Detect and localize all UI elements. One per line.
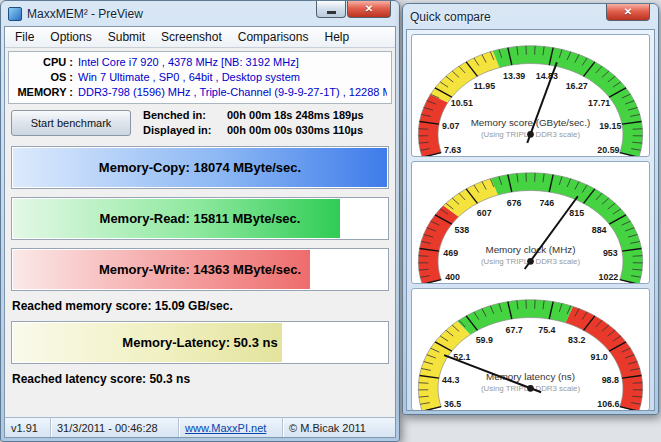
quick-compare-window: Quick compare ✕ 7.639.0710.5111.9513.391…	[402, 3, 659, 415]
window-title: MaxxMEM² - PreView	[27, 7, 143, 21]
system-info-panel: CPU :Intel Core i7 920 , 4378 MHz [NB: 3…	[8, 51, 392, 104]
compare-close-button[interactable]: ✕	[606, 4, 650, 21]
gauge-title: Memory clock (MHz)	[485, 244, 575, 255]
maxxmem-client: FileOptionsSubmitScreenshotComparisonsHe…	[4, 26, 396, 438]
minimize-button[interactable]	[316, 1, 346, 18]
info-row-cpu: CPU :Intel Core i7 920 , 4378 MHz [NB: 3…	[13, 55, 387, 70]
benched-in-value: 00h 00m 18s 248ms 189µs	[227, 109, 364, 121]
latency-bar-slot: Memory-Latency: 50.3 ns	[5, 321, 395, 364]
bar-memory-read-label: Memory-Read: 15811 MByte/sec.	[12, 198, 388, 239]
bar-memory-latency-label: Memory-Latency: 50.3 ns	[12, 322, 388, 363]
gauge-scale-label: 13.39	[503, 71, 525, 81]
gauge-scale-label: 106.6	[597, 399, 619, 409]
gauge-segment-2	[493, 46, 643, 156]
gauge-scale-label: 98.8	[602, 375, 619, 385]
info-row-memory: MEMORY :DDR3-798 (1596) MHz , Triple-Cha…	[13, 85, 387, 100]
minimize-icon	[327, 11, 336, 14]
gauge-scale-label: 746	[539, 198, 554, 208]
start-benchmark-button[interactable]: Start benchmark	[11, 110, 131, 136]
gauge-scale-label: 538	[454, 225, 469, 235]
menu-options[interactable]: Options	[42, 28, 99, 46]
gauge-scale-label: 20.59	[597, 145, 619, 155]
menu-file[interactable]: File	[7, 28, 42, 46]
menu-screenshot[interactable]: Screenshot	[153, 28, 230, 46]
gauge-memory-latency-svg: 36.544.352.159.967.775.483.291.098.8106.…	[412, 289, 649, 410]
status-bar: v1.9131/3/2011 - 00:46:28www.MaxxPI.net©…	[5, 417, 395, 437]
gauge-scale-label: 67.7	[506, 325, 523, 335]
bar-memory-read: Memory-Read: 15811 MByte/sec.	[11, 197, 389, 240]
benched-in-row: Benched in:00h 00m 18s 248ms 189µs	[143, 108, 364, 123]
gauges-container: 7.639.0710.5111.9513.3914.8316.2717.7119…	[406, 29, 655, 411]
status-datetime: 31/3/2011 - 00:46:28	[51, 418, 179, 437]
gauge-scale-label: 1022	[599, 272, 619, 282]
gauge-scale-label: 10.51	[451, 98, 473, 108]
maxxmem-window: MaxxMEM² - PreView ✕ FileOptionsSubmitSc…	[0, 0, 400, 442]
menu-bar: FileOptionsSubmitScreenshotComparisonsHe…	[5, 27, 395, 48]
memory-score-text: Reached memory score: 15.09 GB/sec.	[12, 299, 388, 313]
status-datetime-text: 31/3/2011 - 00:46:28	[57, 422, 158, 434]
gauge-memory-clock: 4004695386076767468158849531022Memory cl…	[411, 161, 650, 284]
gauge-scale-label: 815	[569, 208, 584, 218]
gauge-memory-latency: 36.544.352.159.967.775.483.291.098.8106.…	[411, 288, 650, 411]
gauge-memory-score: 7.639.0710.5111.9513.3914.8316.2717.7119…	[411, 34, 650, 157]
latency-score-text: Reached latency score: 50.3 ns	[12, 372, 388, 386]
bar-memory-copy-label: Memory-Copy: 18074 MByte/sec.	[12, 147, 388, 188]
gauge-scale-label: 75.4	[538, 325, 555, 335]
status-version: v1.91	[5, 418, 51, 437]
compare-titlebar[interactable]: Quick compare ✕	[403, 4, 658, 29]
gauge-needle-hub	[527, 258, 534, 265]
compare-window-title: Quick compare	[410, 10, 491, 24]
gauge-scale-label: 52.1	[453, 352, 470, 362]
displayed-in-row: Displayed in:00h 00m 00s 030ms 110µs	[143, 123, 364, 138]
info-label: CPU :	[13, 55, 73, 70]
info-value: Win 7 Ultimate , SP0 , 64bit , Desktop s…	[78, 70, 300, 85]
gauge-scale-label: 7.63	[444, 145, 461, 155]
gauge-scale-label: 953	[603, 248, 618, 258]
gauge-segment-2	[491, 173, 643, 283]
menu-comparisons[interactable]: Comparisons	[230, 28, 317, 46]
gauge-scale-label: 884	[592, 225, 607, 235]
gauge-scale-label: 59.9	[476, 335, 493, 345]
window-controls: ✕	[316, 1, 391, 18]
gauge-scale-label: 83.2	[568, 335, 585, 345]
gauge-scale-label: 19.15	[599, 121, 621, 131]
gauge-memory-clock-svg: 4004695386076767468158849531022Memory cl…	[412, 162, 649, 283]
info-label: OS :	[13, 70, 73, 85]
displayed-in-label: Displayed in:	[143, 123, 227, 138]
gauge-memory-score-svg: 7.639.0710.5111.9513.3914.8316.2717.7119…	[412, 35, 649, 156]
gauge-title: Memory score (GByte/sec.)	[471, 117, 591, 128]
status-version-text: v1.91	[11, 422, 38, 434]
gauge-scale-label: 36.5	[444, 399, 461, 409]
gauge-scale-label: 17.71	[588, 98, 610, 108]
benched-in-label: Benched in:	[143, 108, 227, 123]
gauge-scale-label: 14.83	[536, 71, 558, 81]
gauge-scale-label: 16.27	[566, 81, 588, 91]
menu-help[interactable]: Help	[316, 28, 357, 46]
gauge-needle-hub	[527, 385, 534, 392]
info-value: Intel Core i7 920 , 4378 MHz [NB: 3192 M…	[78, 55, 299, 70]
status-maxxpi-link[interactable]: www.MaxxPI.net	[179, 418, 283, 437]
gauge-segment-1	[430, 51, 499, 103]
gauge-scale-label: 44.3	[442, 375, 459, 385]
bar-memory-write-label: Memory-Write: 14363 MByte/sec.	[12, 249, 388, 290]
displayed-in-value: 00h 00m 00s 030ms 110µs	[227, 124, 363, 136]
gauge-scale-label: 676	[507, 198, 522, 208]
benchmark-bars: Memory-Copy: 18074 MByte/sec.Memory-Read…	[5, 146, 395, 291]
close-button[interactable]: ✕	[347, 1, 391, 18]
gauge-scale-label: 469	[443, 248, 458, 258]
gauge-scale-label: 607	[477, 208, 492, 218]
benchmark-row: Start benchmark Benched in:00h 00m 18s 2…	[11, 108, 389, 138]
status-maxxpi-link-text[interactable]: www.MaxxPI.net	[185, 422, 266, 434]
status-copyright-text: © M.Bicak 2011	[289, 422, 366, 434]
compare-window-controls: ✕	[606, 4, 650, 21]
gauge-scale-label: 11.95	[473, 81, 495, 91]
maxxmem-titlebar[interactable]: MaxxMEM² - PreView ✕	[1, 1, 399, 26]
app-icon	[8, 7, 22, 21]
gauge-needle-hub	[527, 131, 534, 138]
bar-memory-write: Memory-Write: 14363 MByte/sec.	[11, 248, 389, 291]
info-value: DDR3-798 (1596) MHz , Triple-Channel (9-…	[78, 85, 387, 100]
menu-submit[interactable]: Submit	[100, 28, 153, 46]
gauge-scale-label: 91.0	[591, 352, 608, 362]
gauge-scale-label: 9.07	[442, 121, 459, 131]
bar-memory-latency: Memory-Latency: 50.3 ns	[11, 321, 389, 364]
